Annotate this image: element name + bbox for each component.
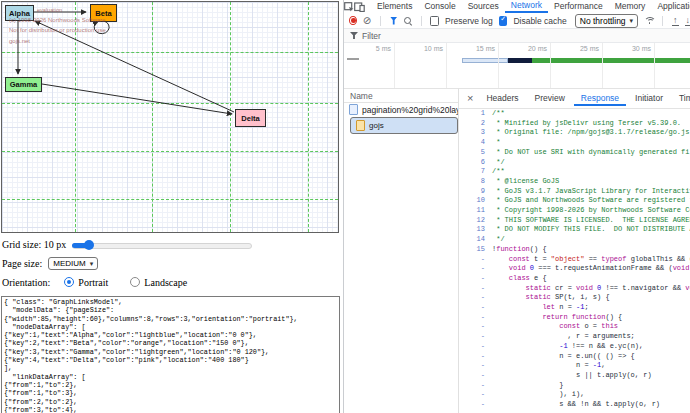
code-text: void 0 === t.requestAnimationFrame && (v… (492, 264, 690, 274)
overview-bar-document (347, 58, 359, 60)
line-number[interactable]: - (459, 371, 492, 381)
line-number[interactable]: 14 (459, 235, 492, 245)
code-text: n = e.un(( () => { (492, 352, 635, 362)
line-number[interactable]: - (459, 332, 492, 342)
clear-icon[interactable]: ⊘ (363, 16, 371, 26)
tab-initiator[interactable]: Initiator (628, 90, 670, 106)
code-text: */ (492, 158, 505, 168)
tab-application[interactable]: Application (651, 0, 690, 13)
line-number[interactable]: 4 (459, 138, 492, 148)
line-number[interactable]: - (459, 322, 492, 332)
network-overview[interactable]: 5 ms10 ms15 ms20 ms25 ms30 ms (344, 43, 690, 89)
tab-memory[interactable]: Memory (609, 0, 652, 13)
line-number[interactable]: - (459, 303, 492, 313)
export-har-icon[interactable]: ↓ (685, 16, 690, 26)
code-line: - const t = "object" == typeof globalThi… (459, 255, 690, 265)
overview-gridline (498, 43, 499, 88)
search-icon[interactable] (403, 16, 411, 26)
line-number[interactable]: - (459, 400, 492, 410)
radio-landscape-icon[interactable] (130, 277, 140, 287)
request-row-pagination[interactable]: pagination%20grid%20layer%2... (344, 103, 458, 117)
preserve-log-label[interactable]: Preserve log (445, 16, 493, 26)
document-file-icon (349, 104, 358, 115)
tab-sources[interactable]: Sources (462, 0, 505, 13)
requests-header[interactable]: Name (344, 88, 459, 103)
line-number[interactable]: 9 (459, 187, 492, 197)
close-icon[interactable]: × (463, 92, 477, 104)
name-column-header[interactable]: Name (350, 91, 373, 101)
tab-console[interactable]: Console (418, 0, 461, 13)
radio-landscape[interactable]: Landscape (130, 277, 187, 288)
slider-thumb[interactable] (84, 240, 94, 250)
overview-tick-label: 30 ms (632, 45, 654, 52)
line-number[interactable]: - (459, 284, 492, 294)
code-text: * @license GoJS (492, 177, 559, 187)
line-number[interactable]: 5 (459, 148, 492, 158)
line-number[interactable]: - (459, 342, 492, 352)
network-toolbar: ⊘ Preserve log Disable cache No throttli… (344, 13, 690, 29)
line-number[interactable]: 3 (459, 128, 492, 138)
line-number[interactable]: - (459, 264, 492, 274)
line-number[interactable]: - (459, 381, 492, 391)
diagram-node-gamma[interactable]: Gamma (5, 77, 42, 92)
preserve-log-checkbox[interactable] (430, 16, 439, 26)
orientation-label: Orientation: (2, 277, 50, 288)
divider (380, 16, 381, 26)
line-number[interactable]: 2 (459, 119, 492, 129)
line-number[interactable]: 13 (459, 225, 492, 235)
tab-headers[interactable]: Headers (479, 90, 525, 106)
tab-timing[interactable]: Timing (672, 90, 690, 106)
disable-cache-checkbox[interactable] (499, 16, 508, 26)
line-number[interactable]: 1 (459, 109, 492, 119)
slider-track[interactable] (72, 243, 252, 249)
page-size-select[interactable]: MEDIUM ▾ (48, 257, 98, 270)
code-text: ), i), (492, 390, 584, 400)
filter-input[interactable]: Filter (362, 31, 381, 41)
line-number[interactable]: - (459, 313, 492, 323)
response-code-viewer[interactable]: 1/**2 * Minified by jsDelivr using Terse… (459, 109, 690, 413)
throttling-select[interactable]: No throttling ▾ (575, 14, 638, 28)
tab-performance[interactable]: Performance (548, 0, 609, 13)
line-number[interactable]: - (459, 274, 492, 284)
record-button[interactable] (349, 16, 357, 25)
code-line: - void 0 === t.requestAnimationFrame && … (459, 264, 690, 274)
code-text: class e { (492, 274, 547, 284)
tab-network[interactable]: Network (505, 0, 548, 13)
line-number[interactable]: - (459, 352, 492, 362)
line-number[interactable]: - (459, 293, 492, 303)
radio-portrait-icon[interactable] (64, 277, 74, 287)
network-conditions-icon[interactable] (644, 17, 653, 25)
code-line: 6 */ (459, 158, 690, 168)
grid-size-slider[interactable] (72, 240, 252, 250)
line-number[interactable]: 12 (459, 216, 492, 226)
tab-preview[interactable]: Preview (528, 90, 572, 106)
line-number[interactable]: - (459, 255, 492, 265)
device-toolbar-icon[interactable] (354, 1, 365, 13)
code-line: 14 */ (459, 235, 690, 245)
line-number[interactable]: - (459, 361, 492, 371)
import-har-icon[interactable]: ↑ (672, 16, 679, 26)
line-number[interactable]: 8 (459, 177, 492, 187)
diagram-node-delta[interactable]: Delta (235, 109, 266, 127)
line-number[interactable]: 10 (459, 196, 492, 206)
request-row-gojs[interactable]: gojs (350, 117, 458, 135)
tab-response[interactable]: Response (574, 90, 626, 106)
script-file-icon (356, 120, 365, 131)
link-gamma-delta[interactable] (42, 84, 232, 114)
inspect-element-icon[interactable] (344, 1, 354, 13)
filter-icon[interactable] (390, 17, 397, 25)
network-filter-row: Filter (344, 29, 690, 43)
line-number[interactable]: 6 (459, 158, 492, 168)
code-text: * THIS SOFTWARE IS LICENSED. THE LICENSE… (492, 216, 690, 226)
code-text: s || t.apply(o, r) (492, 371, 652, 381)
line-number[interactable]: 7 (459, 167, 492, 177)
model-json-textarea[interactable]: { "class": "GraphLinksModel", "modelData… (1, 296, 340, 413)
radio-portrait[interactable]: Portrait (64, 277, 108, 288)
line-number[interactable]: 11 (459, 206, 492, 216)
line-number[interactable]: 15 (459, 245, 492, 255)
diagram-canvas[interactable]: AlphaBetaGammaDelta evaluation (c) 1998-… (1, 1, 339, 233)
line-number[interactable]: - (459, 390, 492, 400)
disable-cache-label[interactable]: Disable cache (513, 16, 566, 26)
tab-elements[interactable]: Elements (371, 0, 418, 13)
code-text: * DO NOT MODIFY THIS FILE. DO NOT DISTRI… (492, 225, 690, 235)
